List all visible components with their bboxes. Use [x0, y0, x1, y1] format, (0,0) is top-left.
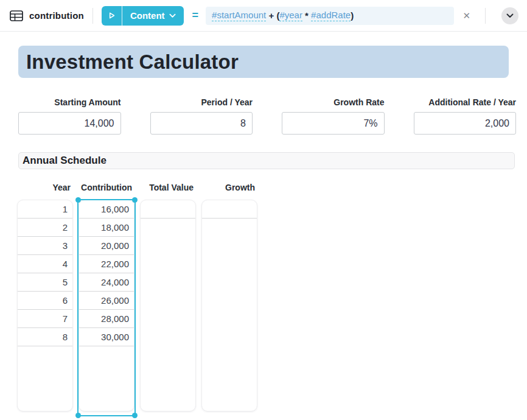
close-icon[interactable]: ✕ — [462, 10, 470, 21]
formula-token-op[interactable]: ) — [351, 10, 354, 21]
table-cell[interactable]: 30,000 — [79, 328, 134, 346]
starting-amount-input[interactable] — [18, 112, 121, 135]
table-cell[interactable]: 4 — [18, 255, 72, 273]
column-growth — [201, 200, 257, 411]
chevron-down-icon — [506, 13, 514, 18]
page-title-banner: Investment Calculator — [18, 46, 509, 78]
column-year: 12345678 — [17, 200, 73, 411]
table-cell[interactable]: 24,000 — [79, 273, 134, 292]
selection-handle[interactable] — [75, 413, 81, 418]
growth-rate-input[interactable] — [282, 112, 385, 135]
content-dropdown-button[interactable]: Content — [122, 6, 184, 26]
field-label: Growth Rate — [282, 97, 385, 107]
formula-token-ref[interactable]: #startAmount — [212, 10, 266, 21]
formula-token-ref[interactable]: #addRate — [311, 10, 351, 21]
table-grid-icon — [10, 10, 23, 21]
formula-equals-sign: = — [192, 9, 199, 22]
toolbar-divider — [485, 8, 486, 24]
column-header-total-value[interactable]: Total Value — [140, 181, 196, 194]
formula-input[interactable]: #startAmount + (#year * #addRate) — [206, 7, 454, 25]
schedule-column-headers: YearContributionTotal ValueGrowth — [17, 181, 527, 194]
annual-schedule-section-header: Annual Schedule — [18, 152, 515, 169]
sheet-name: contribution — [29, 10, 84, 21]
table-cell[interactable] — [141, 200, 195, 219]
table-cell[interactable]: 20,000 — [79, 237, 134, 255]
top-toolbar: contribution Content = #startAmount + (#… — [0, 0, 527, 32]
content-button-label: Content — [130, 10, 165, 21]
field-starting-amount: Starting Amount — [18, 97, 121, 135]
table-cell[interactable]: 3 — [18, 237, 72, 255]
column-card-year[interactable]: 12345678 — [17, 200, 73, 411]
column-card-growth[interactable] — [201, 200, 257, 411]
table-cell[interactable]: 18,000 — [79, 219, 134, 237]
column-total-value — [140, 200, 196, 411]
toolbar-divider — [92, 8, 93, 24]
field-label: Period / Year — [150, 97, 253, 107]
period-year-input[interactable] — [150, 112, 253, 135]
additional-rate-input[interactable] — [414, 112, 517, 135]
table-cell[interactable]: 6 — [18, 292, 72, 310]
table-cell[interactable]: 7 — [18, 310, 72, 328]
column-contribution: 16,00018,00020,00022,00024,00026,00028,0… — [79, 200, 134, 411]
page-title: Investment Calculator — [26, 51, 239, 74]
field-period-year: Period / Year — [150, 97, 253, 135]
column-header-contribution[interactable]: Contribution — [79, 181, 134, 194]
run-button[interactable] — [102, 6, 122, 26]
schedule-table: 1234567816,00018,00020,00022,00024,00026… — [17, 200, 527, 411]
selection-handle[interactable] — [132, 413, 138, 418]
column-header-year[interactable]: Year — [17, 181, 73, 194]
field-label: Starting Amount — [18, 97, 121, 107]
formula-token-op[interactable]: * — [302, 10, 311, 21]
column-card-contribution[interactable]: 16,00018,00020,00022,00024,00026,00028,0… — [79, 200, 134, 411]
table-cell[interactable]: 5 — [18, 273, 72, 292]
collapse-panel-button[interactable] — [501, 7, 518, 24]
formula-token-op[interactable]: + — [266, 10, 276, 21]
chevron-down-icon — [169, 13, 176, 18]
field-label: Additional Rate / Year — [414, 97, 517, 107]
table-cell[interactable]: 8 — [18, 328, 72, 346]
column-card-total-value[interactable] — [140, 200, 196, 411]
table-cell[interactable] — [202, 200, 257, 219]
table-cell[interactable]: 1 — [18, 200, 72, 219]
play-icon — [108, 12, 116, 19]
formula-token-ref[interactable]: #year — [279, 10, 302, 21]
field-growth-rate: Growth Rate — [282, 97, 385, 135]
parameter-form: Starting Amount Period / Year Growth Rat… — [18, 97, 516, 135]
table-cell[interactable]: 28,000 — [79, 310, 134, 328]
table-cell[interactable]: 22,000 — [79, 255, 134, 273]
column-header-growth[interactable]: Growth — [201, 181, 257, 194]
content-button-group: Content — [102, 6, 184, 26]
field-additional-rate: Additional Rate / Year — [414, 97, 517, 135]
section-title: Annual Schedule — [23, 155, 106, 167]
table-cell[interactable]: 26,000 — [79, 292, 134, 310]
table-cell[interactable]: 2 — [18, 219, 72, 237]
table-cell[interactable]: 16,000 — [79, 200, 134, 219]
